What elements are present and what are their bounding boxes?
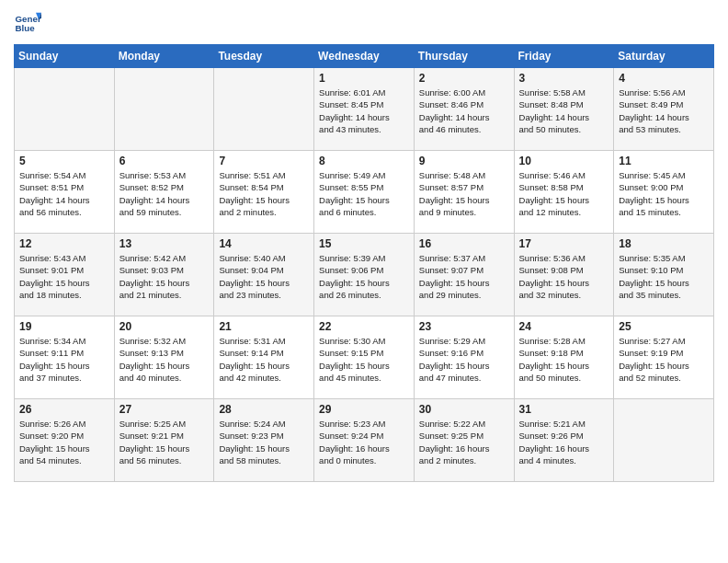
svg-text:Blue: Blue xyxy=(16,23,36,33)
day-detail: Sunrise: 5:51 AM Sunset: 8:54 PM Dayligh… xyxy=(219,169,309,218)
day-number: 15 xyxy=(319,237,409,250)
day-cell: 8Sunrise: 5:49 AM Sunset: 8:55 PM Daylig… xyxy=(314,151,415,234)
day-detail: Sunrise: 5:36 AM Sunset: 9:08 PM Dayligh… xyxy=(519,252,609,301)
day-number: 23 xyxy=(419,320,509,333)
day-number: 22 xyxy=(319,320,409,333)
day-detail: Sunrise: 5:35 AM Sunset: 9:10 PM Dayligh… xyxy=(619,252,709,301)
day-number: 6 xyxy=(119,155,210,167)
weekday-header-thursday: Thursday xyxy=(414,45,514,68)
day-cell xyxy=(114,68,214,151)
day-detail: Sunrise: 5:58 AM Sunset: 8:48 PM Dayligh… xyxy=(519,86,609,135)
weekday-header-wednesday: Wednesday xyxy=(314,45,415,68)
day-detail: Sunrise: 5:32 AM Sunset: 9:13 PM Dayligh… xyxy=(119,335,210,384)
day-cell: 11Sunrise: 5:45 AM Sunset: 9:00 PM Dayli… xyxy=(614,151,714,234)
calendar-table: SundayMondayTuesdayWednesdayThursdayFrid… xyxy=(14,44,714,482)
day-number: 17 xyxy=(519,237,609,250)
day-detail: Sunrise: 5:25 AM Sunset: 9:21 PM Dayligh… xyxy=(119,418,210,466)
day-cell: 6Sunrise: 5:53 AM Sunset: 8:52 PM Daylig… xyxy=(114,151,214,234)
day-detail: Sunrise: 5:34 AM Sunset: 9:11 PM Dayligh… xyxy=(19,335,109,384)
day-detail: Sunrise: 5:29 AM Sunset: 9:16 PM Dayligh… xyxy=(419,335,509,384)
day-number: 24 xyxy=(519,320,609,333)
day-detail: Sunrise: 5:53 AM Sunset: 8:52 PM Dayligh… xyxy=(119,169,210,218)
day-detail: Sunrise: 6:01 AM Sunset: 8:45 PM Dayligh… xyxy=(319,86,409,135)
day-number: 4 xyxy=(619,72,709,85)
day-number: 12 xyxy=(19,237,109,250)
day-detail: Sunrise: 6:00 AM Sunset: 8:46 PM Dayligh… xyxy=(419,86,509,135)
day-cell: 14Sunrise: 5:40 AM Sunset: 9:04 PM Dayli… xyxy=(214,234,314,316)
day-number: 14 xyxy=(219,237,309,250)
day-cell: 2Sunrise: 6:00 AM Sunset: 8:46 PM Daylig… xyxy=(414,68,514,151)
day-detail: Sunrise: 5:43 AM Sunset: 9:01 PM Dayligh… xyxy=(19,252,109,301)
day-cell: 7Sunrise: 5:51 AM Sunset: 8:54 PM Daylig… xyxy=(214,151,314,234)
week-row-3: 12Sunrise: 5:43 AM Sunset: 9:01 PM Dayli… xyxy=(15,234,714,316)
day-cell: 5Sunrise: 5:54 AM Sunset: 8:51 PM Daylig… xyxy=(15,151,115,234)
day-number: 18 xyxy=(619,237,709,250)
day-number: 8 xyxy=(319,155,409,167)
week-row-1: 1Sunrise: 6:01 AM Sunset: 8:45 PM Daylig… xyxy=(15,68,714,151)
weekday-header-tuesday: Tuesday xyxy=(214,45,314,68)
day-detail: Sunrise: 5:54 AM Sunset: 8:51 PM Dayligh… xyxy=(19,169,109,218)
day-number: 1 xyxy=(319,72,409,85)
day-number: 20 xyxy=(119,320,210,333)
day-cell: 3Sunrise: 5:58 AM Sunset: 8:48 PM Daylig… xyxy=(514,68,614,151)
day-cell: 9Sunrise: 5:48 AM Sunset: 8:57 PM Daylig… xyxy=(414,151,514,234)
day-number: 9 xyxy=(419,155,509,167)
day-detail: Sunrise: 5:22 AM Sunset: 9:25 PM Dayligh… xyxy=(419,418,509,466)
day-number: 26 xyxy=(19,403,109,416)
day-cell: 26Sunrise: 5:26 AM Sunset: 9:20 PM Dayli… xyxy=(15,399,115,482)
day-cell: 1Sunrise: 6:01 AM Sunset: 8:45 PM Daylig… xyxy=(314,68,415,151)
week-row-4: 19Sunrise: 5:34 AM Sunset: 9:11 PM Dayli… xyxy=(15,316,714,399)
logo: General Blue xyxy=(14,9,45,37)
day-detail: Sunrise: 5:23 AM Sunset: 9:24 PM Dayligh… xyxy=(319,418,409,466)
day-number: 29 xyxy=(319,403,409,416)
day-cell: 20Sunrise: 5:32 AM Sunset: 9:13 PM Dayli… xyxy=(114,316,214,399)
day-cell: 29Sunrise: 5:23 AM Sunset: 9:24 PM Dayli… xyxy=(314,399,415,482)
day-number: 13 xyxy=(119,237,210,250)
day-number: 21 xyxy=(219,320,309,333)
day-number: 10 xyxy=(519,155,609,167)
day-cell: 4Sunrise: 5:56 AM Sunset: 8:49 PM Daylig… xyxy=(614,68,714,151)
day-number: 5 xyxy=(19,155,109,167)
day-detail: Sunrise: 5:42 AM Sunset: 9:03 PM Dayligh… xyxy=(119,252,210,301)
day-detail: Sunrise: 5:48 AM Sunset: 8:57 PM Dayligh… xyxy=(419,169,509,218)
day-detail: Sunrise: 5:49 AM Sunset: 8:55 PM Dayligh… xyxy=(319,169,409,218)
day-detail: Sunrise: 5:26 AM Sunset: 9:20 PM Dayligh… xyxy=(19,418,109,466)
day-cell: 16Sunrise: 5:37 AM Sunset: 9:07 PM Dayli… xyxy=(414,234,514,316)
day-cell: 25Sunrise: 5:27 AM Sunset: 9:19 PM Dayli… xyxy=(614,316,714,399)
day-detail: Sunrise: 5:39 AM Sunset: 9:06 PM Dayligh… xyxy=(319,252,409,301)
day-cell: 17Sunrise: 5:36 AM Sunset: 9:08 PM Dayli… xyxy=(514,234,614,316)
day-detail: Sunrise: 5:27 AM Sunset: 9:19 PM Dayligh… xyxy=(619,335,709,384)
day-number: 11 xyxy=(619,155,709,167)
day-number: 3 xyxy=(519,72,609,85)
day-number: 30 xyxy=(419,403,509,416)
day-number: 2 xyxy=(419,72,509,85)
day-cell: 15Sunrise: 5:39 AM Sunset: 9:06 PM Dayli… xyxy=(314,234,415,316)
day-cell: 19Sunrise: 5:34 AM Sunset: 9:11 PM Dayli… xyxy=(15,316,115,399)
day-number: 19 xyxy=(19,320,109,333)
day-cell: 24Sunrise: 5:28 AM Sunset: 9:18 PM Dayli… xyxy=(514,316,614,399)
day-cell: 18Sunrise: 5:35 AM Sunset: 9:10 PM Dayli… xyxy=(614,234,714,316)
day-cell xyxy=(15,68,115,151)
day-detail: Sunrise: 5:30 AM Sunset: 9:15 PM Dayligh… xyxy=(319,335,409,384)
day-cell: 12Sunrise: 5:43 AM Sunset: 9:01 PM Dayli… xyxy=(15,234,115,316)
day-cell: 10Sunrise: 5:46 AM Sunset: 8:58 PM Dayli… xyxy=(514,151,614,234)
calendar-page: General Blue SundayMondayTuesdayWednesda… xyxy=(0,0,728,496)
day-detail: Sunrise: 5:37 AM Sunset: 9:07 PM Dayligh… xyxy=(419,252,509,301)
day-number: 27 xyxy=(119,403,210,416)
day-detail: Sunrise: 5:45 AM Sunset: 9:00 PM Dayligh… xyxy=(619,169,709,218)
day-cell: 13Sunrise: 5:42 AM Sunset: 9:03 PM Dayli… xyxy=(114,234,214,316)
day-cell: 27Sunrise: 5:25 AM Sunset: 9:21 PM Dayli… xyxy=(114,399,214,482)
day-detail: Sunrise: 5:24 AM Sunset: 9:23 PM Dayligh… xyxy=(219,418,309,466)
day-detail: Sunrise: 5:31 AM Sunset: 9:14 PM Dayligh… xyxy=(219,335,309,384)
weekday-header-sunday: Sunday xyxy=(15,45,115,68)
day-cell: 28Sunrise: 5:24 AM Sunset: 9:23 PM Dayli… xyxy=(214,399,314,482)
day-cell xyxy=(614,399,714,482)
day-detail: Sunrise: 5:21 AM Sunset: 9:26 PM Dayligh… xyxy=(519,418,609,466)
day-cell: 23Sunrise: 5:29 AM Sunset: 9:16 PM Dayli… xyxy=(414,316,514,399)
day-detail: Sunrise: 5:28 AM Sunset: 9:18 PM Dayligh… xyxy=(519,335,609,384)
weekday-header-saturday: Saturday xyxy=(614,45,714,68)
day-detail: Sunrise: 5:40 AM Sunset: 9:04 PM Dayligh… xyxy=(219,252,309,301)
weekday-header-monday: Monday xyxy=(114,45,214,68)
day-cell xyxy=(214,68,314,151)
day-cell: 21Sunrise: 5:31 AM Sunset: 9:14 PM Dayli… xyxy=(214,316,314,399)
